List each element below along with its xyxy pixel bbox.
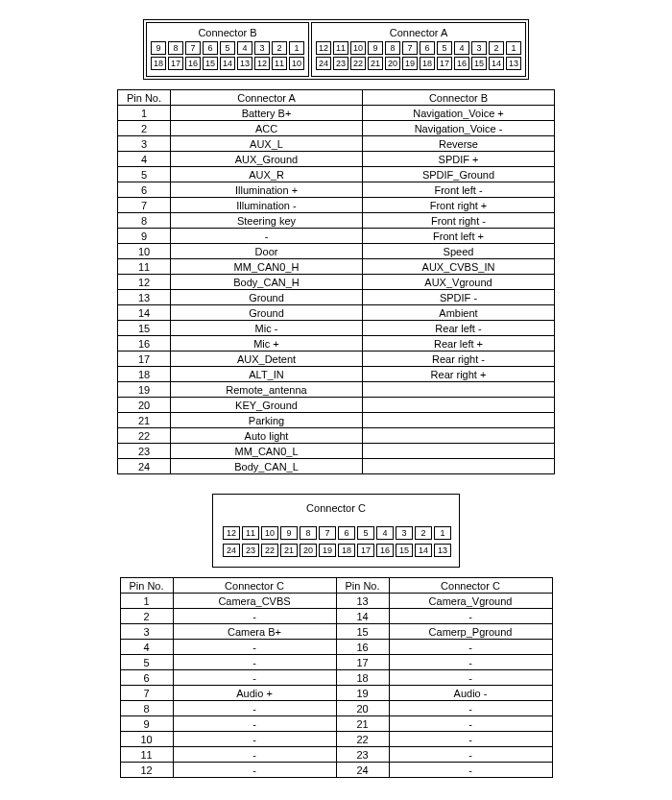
pin-cell: 3 bbox=[396, 526, 413, 540]
pin-cell: 11 bbox=[333, 41, 348, 55]
pin-cell: 13 bbox=[434, 544, 451, 557]
cell: 22 bbox=[118, 428, 171, 444]
pin-cell: 21 bbox=[280, 544, 298, 557]
cell: - bbox=[173, 609, 336, 624]
cell: 6 bbox=[118, 182, 171, 198]
pin-cell: 2 bbox=[489, 41, 504, 55]
cell: 17 bbox=[336, 655, 389, 670]
cell: Audio - bbox=[389, 686, 552, 701]
cell: 2 bbox=[120, 609, 173, 624]
table-row: 13GroundSPDIF - bbox=[118, 290, 555, 305]
pin-cell: 9 bbox=[368, 41, 383, 55]
pin-cell: 5 bbox=[357, 526, 374, 540]
pin-table-c: Pin No. Connector C Pin No. Connector C … bbox=[120, 577, 553, 778]
cell: 19 bbox=[118, 382, 171, 398]
th-conn-b: Connector B bbox=[363, 90, 555, 106]
connector-a-grid: 121110987654321242322212019181716151413 bbox=[316, 41, 521, 70]
table-row: 6Illumination +Front left - bbox=[118, 182, 555, 198]
cell: 9 bbox=[118, 229, 171, 244]
pin-cell: 9 bbox=[280, 526, 298, 540]
table-row: 3AUX_LReverse bbox=[118, 136, 555, 152]
cell: Auto light bbox=[171, 428, 363, 444]
cell: 11 bbox=[120, 747, 173, 763]
pin-cell: 24 bbox=[316, 57, 331, 70]
cell: Rear left - bbox=[363, 321, 555, 336]
cell: AUX_Vground bbox=[363, 275, 555, 290]
table-row: 7Illumination -Front right + bbox=[118, 198, 555, 213]
table-row: 7Audio +19Audio - bbox=[120, 686, 552, 701]
cell: Camera_CVBS bbox=[173, 594, 336, 609]
pin-cell: 1 bbox=[434, 526, 451, 540]
cell: Front left - bbox=[363, 182, 555, 198]
cell: 8 bbox=[118, 213, 171, 229]
table-row: 24Body_CAN_L bbox=[118, 459, 555, 474]
connector-a-title: Connector A bbox=[316, 25, 521, 41]
cell: 6 bbox=[120, 670, 173, 686]
pin-cell: 10 bbox=[289, 57, 304, 70]
pin-cell: 23 bbox=[242, 544, 259, 557]
pin-cell: 6 bbox=[338, 526, 355, 540]
pin-cell: 13 bbox=[237, 57, 252, 70]
connector-c-title: Connector C bbox=[223, 500, 449, 517]
pin-cell: 20 bbox=[300, 544, 317, 557]
connector-b-title: Connector B bbox=[151, 25, 304, 41]
th-pin2: Pin No. bbox=[336, 578, 389, 594]
cell: ACC bbox=[171, 121, 363, 136]
th-conn-a: Connector A bbox=[171, 90, 363, 106]
cell: 1 bbox=[120, 594, 173, 609]
cell: 9 bbox=[120, 716, 173, 732]
table-row: 4AUX_GroundSPDIF + bbox=[118, 152, 555, 167]
cell: 19 bbox=[336, 686, 389, 701]
cell bbox=[363, 428, 555, 444]
table-row: 22Auto light bbox=[118, 428, 555, 444]
pin-cell: 15 bbox=[203, 57, 218, 70]
cell: 13 bbox=[118, 290, 171, 305]
cell: - bbox=[173, 716, 336, 732]
table-row: 14GroundAmbient bbox=[118, 305, 555, 321]
cell: SPDIF + bbox=[363, 152, 555, 167]
cell: - bbox=[389, 763, 552, 778]
pin-cell: 22 bbox=[261, 544, 278, 557]
cell: AUX_R bbox=[171, 167, 363, 182]
cell: 21 bbox=[336, 716, 389, 732]
cell: KEY_Ground bbox=[171, 398, 363, 413]
pin-cell: 13 bbox=[506, 57, 521, 70]
pin-cell: 2 bbox=[415, 526, 432, 540]
table-row: 9-Front left + bbox=[118, 229, 555, 244]
pin-cell: 7 bbox=[402, 41, 418, 55]
connector-ab-housing: Connector B 987654321181716151413121110 … bbox=[143, 19, 529, 80]
table-row: 4-16- bbox=[120, 640, 552, 655]
cell: 24 bbox=[336, 763, 389, 778]
pin-cell: 15 bbox=[471, 57, 487, 70]
cell: Rear left + bbox=[363, 336, 555, 352]
cell: - bbox=[173, 732, 336, 747]
cell: 2 bbox=[118, 121, 171, 136]
pin-cell: 19 bbox=[319, 544, 336, 557]
pin-cell: 23 bbox=[333, 57, 348, 70]
cell: 15 bbox=[118, 321, 171, 336]
cell bbox=[363, 413, 555, 428]
pin-cell: 14 bbox=[220, 57, 235, 70]
connector-b-grid: 987654321181716151413121110 bbox=[151, 41, 304, 70]
table-row: 9-21- bbox=[120, 716, 552, 732]
cell: 3 bbox=[118, 136, 171, 152]
connector-c-grid: 121110987654321242322212019181716151413 bbox=[223, 526, 449, 557]
cell: Navigation_Voice + bbox=[363, 106, 555, 121]
cell: Camerp_Pground bbox=[389, 624, 552, 640]
cell: - bbox=[389, 609, 552, 624]
pin-cell: 22 bbox=[350, 57, 366, 70]
table-row: 19Remote_antenna bbox=[118, 382, 555, 398]
pin-cell: 20 bbox=[385, 57, 400, 70]
pin-cell: 6 bbox=[203, 41, 218, 55]
cell: - bbox=[389, 732, 552, 747]
table-row: 12-24- bbox=[120, 763, 552, 778]
pin-cell: 21 bbox=[368, 57, 383, 70]
table-row: 12Body_CAN_HAUX_Vground bbox=[118, 275, 555, 290]
table-row: 10DoorSpeed bbox=[118, 244, 555, 259]
cell: SPDIF - bbox=[363, 290, 555, 305]
cell: 16 bbox=[118, 336, 171, 352]
table-row: 5-17- bbox=[120, 655, 552, 670]
cell: SPDIF_Ground bbox=[363, 167, 555, 182]
pin-cell: 16 bbox=[185, 57, 201, 70]
pin-cell: 12 bbox=[316, 41, 331, 55]
